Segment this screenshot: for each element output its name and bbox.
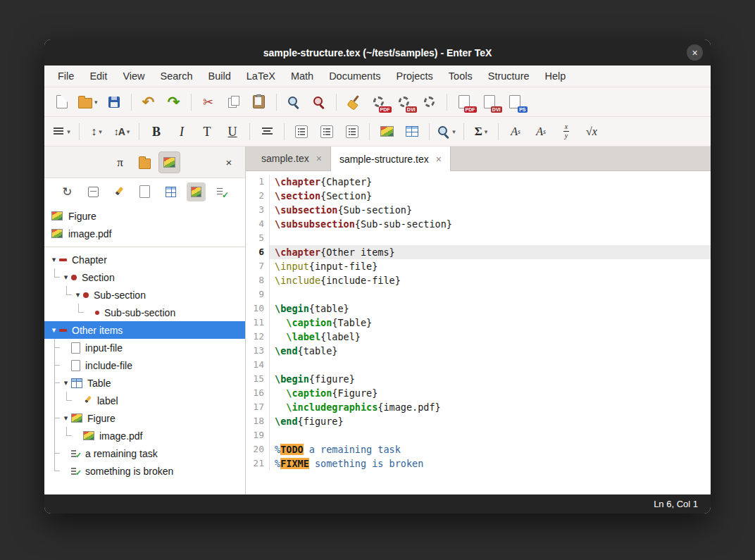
tree-item-something-is-broken[interactable]: something is broken — [44, 462, 245, 480]
insert-table-button[interactable] — [400, 120, 424, 143]
expander-icon[interactable]: ▾ — [73, 290, 83, 299]
editor[interactable]: 1\chapter{Chapter}2\section{Section}3\su… — [246, 171, 711, 494]
enumerate-button[interactable] — [315, 120, 339, 143]
menu-item-help[interactable]: Help — [537, 68, 574, 84]
sidebar-tab-files[interactable] — [134, 151, 156, 173]
menu-item-documents[interactable]: Documents — [321, 68, 388, 84]
tree-guide — [49, 286, 61, 304]
tree-item-a-remaining-task[interactable]: a remaining task — [44, 444, 245, 462]
expander-icon[interactable]: ▾ — [61, 413, 71, 423]
tree-item-label[interactable]: label — [44, 392, 245, 409]
sidebar-tab-symbols[interactable]: π — [109, 151, 131, 173]
center-align-button[interactable] — [255, 120, 279, 143]
superscript-button[interactable]: As — [504, 120, 528, 143]
menu-item-build[interactable]: Build — [201, 68, 239, 84]
view-pdf-button[interactable]: PDF — [452, 91, 476, 113]
typewriter-button[interactable]: T — [195, 120, 219, 143]
tree-item-image-pdf[interactable]: image.pdf — [44, 427, 245, 444]
menu-item-structure[interactable]: Structure — [480, 68, 537, 84]
quick-preview-button[interactable]: ▾ — [435, 120, 458, 143]
cut-button[interactable]: ✂ — [196, 91, 220, 113]
copy-button[interactable] — [222, 91, 246, 113]
tree-item-table[interactable]: ▾Table — [44, 374, 245, 392]
window-close-button[interactable]: × — [687, 44, 703, 61]
editor-line: 1\chapter{Chapter} — [246, 175, 711, 189]
description-button[interactable] — [340, 120, 364, 143]
build-latex-button[interactable]: DVI — [392, 91, 416, 113]
font-size-button[interactable]: ↕A▾ — [110, 120, 134, 143]
show-todo-button[interactable] — [213, 182, 232, 201]
show-tables-button[interactable] — [161, 182, 180, 201]
tab-sample-structure-tex[interactable]: sample-structure.tex× — [330, 147, 451, 171]
underline-button[interactable]: U — [220, 120, 244, 143]
sqrt-button[interactable]: √x — [580, 120, 604, 143]
tab-close-icon[interactable]: × — [436, 154, 442, 165]
save-button[interactable] — [102, 91, 126, 113]
tree-item-figure[interactable]: ▾Figure — [44, 409, 245, 427]
menu-item-view[interactable]: View — [115, 68, 152, 84]
figure-list-item-image-pdf[interactable]: image.pdf — [44, 225, 245, 242]
menu-item-projects[interactable]: Projects — [388, 68, 440, 84]
undo-button[interactable]: ↶ — [137, 91, 161, 113]
cut-icon: ✂ — [203, 96, 213, 108]
build-quick-button[interactable] — [418, 91, 442, 113]
sidebar-tab-images[interactable] — [158, 151, 180, 173]
collapse-all-button[interactable] — [84, 182, 103, 201]
expander-icon[interactable]: ▾ — [49, 325, 59, 335]
bold-button[interactable]: B — [144, 120, 168, 143]
tree-item-chapter[interactable]: ▾Chapter — [44, 251, 245, 268]
chevron-down-icon: ▾ — [67, 128, 70, 135]
build-pdflatex-button[interactable]: PDF — [367, 91, 391, 113]
sectioning-button[interactable]: ▾ — [50, 120, 74, 143]
toolbar-separator — [191, 94, 192, 111]
fraction-button[interactable]: xy — [554, 120, 578, 143]
insert-image-button[interactable] — [375, 120, 399, 143]
itemize-button[interactable] — [289, 120, 313, 143]
tree-item-section[interactable]: ▾Section — [44, 268, 245, 286]
tree-guide — [73, 304, 85, 321]
new-document-button[interactable] — [50, 91, 74, 113]
redo-button[interactable]: ↷ — [162, 91, 186, 113]
tree-item-sub-sub-section[interactable]: Sub-sub-section — [44, 304, 245, 321]
toolbar-separator — [249, 123, 250, 140]
sidebar-close-button[interactable]: × — [222, 155, 236, 169]
figure-list-item-figure[interactable]: Figure — [44, 207, 245, 225]
tab-close-icon[interactable]: × — [316, 153, 322, 164]
subscript-button[interactable]: As — [529, 120, 553, 143]
editor-line: 19 — [246, 428, 711, 442]
menu-item-file[interactable]: File — [50, 68, 82, 84]
tree-item-include-file[interactable]: include-file — [44, 356, 245, 374]
editor-line: 11 \caption{Table} — [246, 316, 711, 330]
open-document-button[interactable]: ▾ — [75, 91, 101, 113]
tree-item-other-items[interactable]: ▾Other items — [44, 321, 245, 339]
expander-icon[interactable]: ▾ — [49, 255, 59, 264]
find-replace-button[interactable] — [307, 91, 331, 113]
code-text — [270, 428, 275, 442]
paste-button[interactable] — [247, 91, 271, 113]
show-figures-button[interactable] — [187, 182, 206, 201]
titlebar[interactable]: sample-structure.tex (~/test/samples) - … — [44, 39, 711, 66]
line-spacing-button[interactable]: ↕▾ — [85, 120, 108, 143]
menu-item-math[interactable]: Math — [283, 68, 321, 84]
expander-icon[interactable]: ▾ — [61, 378, 71, 387]
figure-list-label: image.pdf — [68, 228, 111, 239]
menu-item-latex[interactable]: LaTeX — [239, 68, 283, 84]
find-button[interactable] — [282, 91, 306, 113]
show-labels-button[interactable] — [109, 182, 128, 201]
italic-button[interactable]: I — [170, 120, 194, 143]
tree-item-sub-section[interactable]: ▾Sub-section — [44, 286, 245, 304]
show-files-button[interactable] — [135, 182, 154, 201]
menu-item-search[interactable]: Search — [153, 68, 201, 84]
menu-item-tools[interactable]: Tools — [441, 68, 480, 84]
tab-sample-tex[interactable]: sample.tex× — [253, 147, 330, 170]
line-number: 7 — [246, 259, 270, 273]
menu-item-edit[interactable]: Edit — [82, 68, 115, 84]
view-dvi-button[interactable]: DVI — [478, 91, 501, 113]
clean-button[interactable] — [342, 91, 366, 113]
editor-line: 9 — [246, 287, 711, 301]
expander-icon[interactable]: ▾ — [61, 273, 71, 282]
math-symbols-button[interactable]: Σ▾ — [469, 120, 493, 143]
tree-item-input-file[interactable]: input-file — [44, 339, 245, 356]
view-ps-button[interactable]: PS — [503, 91, 527, 113]
refresh-structure-button[interactable]: ↻ — [58, 182, 77, 201]
